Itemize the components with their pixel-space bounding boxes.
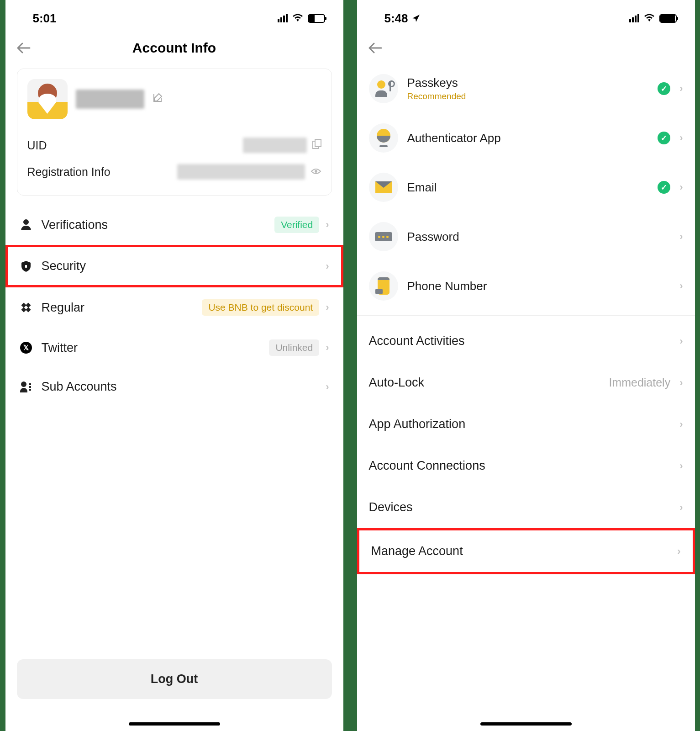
row-label: Passkeys xyxy=(407,76,649,90)
home-indicator xyxy=(129,722,220,726)
highlight-manage-account: Manage Account › xyxy=(357,528,695,574)
home-indicator xyxy=(480,722,572,726)
uid-label: UID xyxy=(27,139,47,152)
chevron-right-icon: › xyxy=(679,132,683,144)
registration-label: Registration Info xyxy=(27,165,111,179)
diamond-icon xyxy=(20,302,32,313)
registration-value-redacted xyxy=(177,164,305,180)
back-button[interactable] xyxy=(368,39,382,57)
row-label: Email xyxy=(407,180,649,195)
uid-row: UID xyxy=(27,132,321,159)
row-label: Password xyxy=(407,230,671,244)
x-twitter-icon: 𝕏 xyxy=(20,342,32,354)
avatar[interactable] xyxy=(27,79,68,119)
username-redacted xyxy=(76,90,144,109)
discount-badge: Use BNB to get discount xyxy=(202,299,319,316)
check-icon: ✓ xyxy=(658,132,670,144)
row-twitter[interactable]: 𝕏 Twitter Unlinked › xyxy=(17,328,332,368)
status-time: 5:01 xyxy=(33,11,57,26)
chevron-right-icon: › xyxy=(326,260,329,272)
row-phone-number[interactable]: Phone Number › xyxy=(357,261,695,311)
people-icon xyxy=(20,381,32,392)
row-authenticator[interactable]: Authenticator App ✓ › xyxy=(357,113,695,163)
battery-icon xyxy=(308,14,325,23)
mail-icon xyxy=(369,173,398,202)
row-sub-accounts[interactable]: Sub Accounts › xyxy=(17,368,332,406)
cellular-icon xyxy=(278,14,288,22)
chevron-right-icon: › xyxy=(677,546,680,557)
eye-icon[interactable] xyxy=(311,166,321,178)
unlinked-badge: Unlinked xyxy=(269,339,319,356)
copy-icon[interactable] xyxy=(312,139,321,152)
row-auto-lock[interactable]: Auto-Lock Immediately › xyxy=(357,362,695,403)
row-label: Regular xyxy=(42,301,193,315)
svg-rect-3 xyxy=(25,265,27,268)
status-bar: 5:48 xyxy=(357,0,695,32)
row-manage-account[interactable]: Manage Account › xyxy=(359,530,693,572)
status-time: 5:48 xyxy=(384,11,408,26)
row-label: Account Connections xyxy=(369,459,671,473)
row-label: Phone Number xyxy=(407,279,671,293)
header xyxy=(357,32,695,64)
chevron-right-icon: › xyxy=(326,219,329,231)
row-security[interactable]: Security › xyxy=(17,247,332,285)
row-account-activities[interactable]: Account Activities › xyxy=(357,320,695,362)
wifi-icon xyxy=(292,12,303,24)
registration-row: Registration Info xyxy=(27,159,321,185)
row-account-connections[interactable]: Account Connections › xyxy=(357,445,695,487)
row-verifications[interactable]: Verifications Verified › xyxy=(17,205,332,245)
wifi-icon xyxy=(644,12,655,24)
account-menu-list: Verifications Verified › Security › Regu xyxy=(17,205,332,406)
profile-card: UID Registration Info xyxy=(17,69,332,196)
authenticator-icon xyxy=(369,123,398,153)
row-regular[interactable]: Regular Use BNB to get discount › xyxy=(17,287,332,328)
uid-value-redacted xyxy=(243,138,307,153)
edit-icon[interactable] xyxy=(153,93,163,106)
check-icon: ✓ xyxy=(658,82,670,95)
header: Account Info xyxy=(5,32,343,64)
passkey-icon xyxy=(369,74,398,103)
location-icon xyxy=(412,11,420,26)
chevron-right-icon: › xyxy=(679,231,683,243)
phone-left-account-info: 5:01 Account Info UID xyxy=(5,0,343,731)
page-title: Account Info xyxy=(132,40,216,56)
person-icon xyxy=(20,219,32,230)
row-devices[interactable]: Devices › xyxy=(357,487,695,528)
row-label: Account Activities xyxy=(369,334,671,348)
chevron-right-icon: › xyxy=(679,335,683,347)
chevron-right-icon: › xyxy=(679,418,683,430)
shield-icon xyxy=(20,260,32,272)
back-button[interactable] xyxy=(17,39,31,57)
chevron-right-icon: › xyxy=(326,381,329,393)
row-app-authorization[interactable]: App Authorization › xyxy=(357,403,695,445)
logout-button[interactable]: Log Out xyxy=(17,659,332,699)
auto-lock-value: Immediately xyxy=(609,376,670,389)
check-icon: ✓ xyxy=(658,181,670,194)
row-label: App Authorization xyxy=(369,417,671,431)
row-email[interactable]: Email ✓ › xyxy=(357,163,695,212)
row-label: Sub Accounts xyxy=(42,380,317,394)
phone-right-security: 5:48 Passkeys Recommended ✓ xyxy=(357,0,695,731)
chevron-right-icon: › xyxy=(326,302,329,313)
phone-icon xyxy=(369,271,398,301)
status-bar: 5:01 xyxy=(5,0,343,32)
highlight-security: Security › xyxy=(5,245,343,287)
row-label: Devices xyxy=(369,500,671,514)
password-icon xyxy=(369,222,398,251)
chevron-right-icon: › xyxy=(679,181,683,193)
row-label: Authenticator App xyxy=(407,131,649,145)
svg-point-2 xyxy=(315,170,317,173)
chevron-right-icon: › xyxy=(679,460,683,472)
row-label: Auto-Lock xyxy=(369,376,600,390)
battery-icon xyxy=(659,14,677,23)
row-passkeys[interactable]: Passkeys Recommended ✓ › xyxy=(357,64,695,113)
chevron-right-icon: › xyxy=(679,502,683,514)
row-label: Twitter xyxy=(42,341,260,355)
row-label: Manage Account xyxy=(371,544,668,558)
chevron-right-icon: › xyxy=(679,377,683,389)
row-label: Verifications xyxy=(42,218,266,232)
row-label: Security xyxy=(42,259,317,273)
row-password[interactable]: Password › xyxy=(357,212,695,261)
profile-header xyxy=(27,79,321,119)
cellular-icon xyxy=(629,14,639,22)
